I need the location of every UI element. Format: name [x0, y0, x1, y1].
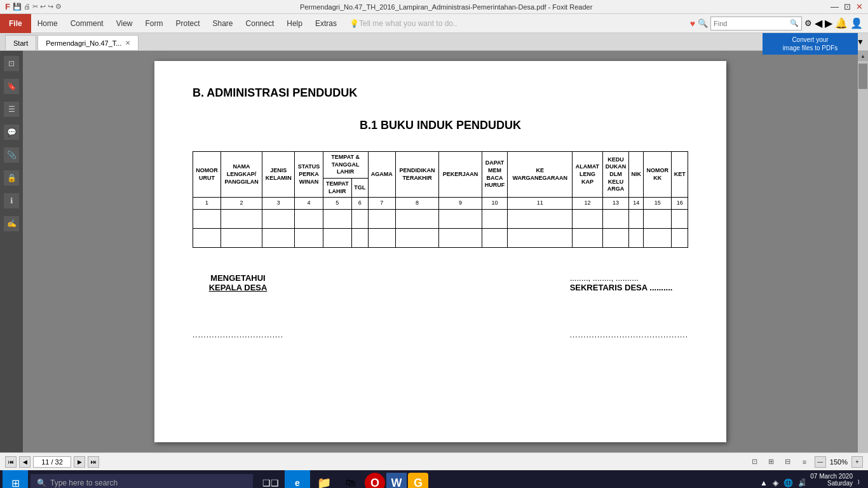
- sidebar: ⊡ 🔖 ☰ 💬 📎 🔒 ℹ ✍: [0, 51, 23, 452]
- scroll-mode-button[interactable]: ≡: [798, 456, 811, 468]
- menu-right: ♥ 🔍 🔍 ⚙ ◀ ▶ 🔔 👤: [690, 17, 868, 30]
- table-row: [193, 210, 688, 229]
- home-menu[interactable]: Home: [31, 14, 64, 33]
- share-menu[interactable]: Share: [207, 14, 240, 33]
- num-4: 4: [295, 198, 323, 210]
- extras-menu[interactable]: Extras: [309, 14, 343, 33]
- cell: [644, 210, 672, 229]
- num-3: 3: [262, 198, 295, 210]
- find-input[interactable]: [714, 20, 790, 27]
- sidebar-sign[interactable]: ✍: [4, 216, 19, 231]
- signature-left-dots: .................................: [193, 330, 283, 339]
- col-agama: AGAMA: [368, 152, 395, 198]
- table-row: [193, 229, 688, 248]
- signature-left: MENGETAHUI KEPALA DESA .................…: [193, 273, 283, 339]
- cell: [482, 210, 508, 229]
- num-9: 9: [439, 198, 482, 210]
- tray-dropbox[interactable]: ◈: [773, 478, 778, 487]
- tab-start[interactable]: Start: [5, 35, 36, 50]
- start-button[interactable]: ⊞: [3, 470, 28, 488]
- cell: [351, 210, 368, 229]
- taskbar-banner[interactable]: G: [408, 473, 428, 488]
- fit-page-button[interactable]: ⊡: [749, 456, 761, 468]
- heart-icon: ♥: [690, 18, 695, 29]
- cell: [368, 229, 395, 248]
- nav-first-button[interactable]: ⏮: [5, 456, 17, 468]
- cell: [368, 210, 395, 229]
- scroll-thumb[interactable]: [858, 64, 867, 89]
- sidebar-lock[interactable]: 🔒: [4, 170, 19, 186]
- col-tgl: TGL: [351, 179, 368, 198]
- view-menu[interactable]: View: [110, 14, 139, 33]
- protect-menu[interactable]: Protect: [170, 14, 207, 33]
- taskbar-store[interactable]: 🛍: [338, 470, 363, 488]
- taskbar-word[interactable]: W: [386, 473, 407, 488]
- comment-menu[interactable]: Comment: [64, 14, 110, 33]
- help-menu[interactable]: Help: [280, 14, 309, 33]
- pdf-table: NOMORURUT NAMALENGKAP/PANGGILAN JENISKEL…: [193, 151, 688, 248]
- convert-line1: Convert your: [768, 36, 853, 44]
- col-tempat: TEMPATLAHIR: [323, 179, 351, 198]
- num-6: 6: [351, 198, 368, 210]
- close-button[interactable]: ✕: [856, 2, 863, 11]
- taskbar-taskview[interactable]: ❑❑: [258, 470, 283, 488]
- scroll-up-button[interactable]: ▲: [858, 51, 868, 61]
- col-nik: NIK: [629, 152, 644, 198]
- signature-right-label1: ........, ........, ..........: [570, 273, 688, 283]
- tab-active[interactable]: Permendagri_No.47_T... ✕: [37, 35, 139, 50]
- signature-left-label2: KEPALA DESA: [193, 283, 283, 292]
- find-search-icon[interactable]: 🔍: [790, 19, 799, 27]
- nav-forward-icon[interactable]: ▶: [825, 17, 832, 29]
- taskbar-explorer[interactable]: 📁: [311, 470, 337, 488]
- menu-bar: File Home Comment View Form Protect Shar…: [0, 14, 868, 33]
- sidebar-comments[interactable]: 💬: [4, 125, 19, 140]
- search-bar[interactable]: 🔍 Type here to search: [31, 474, 253, 488]
- taskbar: ⊞ 🔍 Type here to search ❑❑ e 📁 🛍 O W G ▲…: [0, 470, 868, 488]
- tab-close-button[interactable]: ✕: [125, 39, 130, 46]
- search-icon: 🔍: [37, 478, 46, 487]
- cell: [439, 229, 482, 248]
- cell: [644, 229, 672, 248]
- tray-hidden-icon[interactable]: ▲: [760, 478, 768, 487]
- window-controls[interactable]: — ⊡ ✕: [831, 2, 863, 11]
- col-tempat-tanggal: TEMPAT &TANGGALLAHIR: [323, 152, 368, 179]
- fit-width-button[interactable]: ⊞: [765, 456, 778, 468]
- taskbar-edge[interactable]: e: [285, 470, 310, 488]
- find-bar[interactable]: 🔍: [710, 17, 802, 30]
- file-menu[interactable]: File: [0, 14, 31, 33]
- sidebar-bookmarks[interactable]: 🔖: [4, 79, 19, 94]
- num-2: 2: [221, 198, 262, 210]
- convert-banner[interactable]: Convert your image files to PDFs: [763, 33, 858, 55]
- restore-button[interactable]: ⊡: [844, 2, 851, 11]
- minimize-button[interactable]: —: [831, 2, 839, 11]
- settings-icon[interactable]: ⚙: [804, 18, 812, 28]
- tell-me[interactable]: 💡 Tell me what you want to do..: [343, 14, 464, 33]
- taskbar-opera[interactable]: O: [365, 473, 385, 488]
- nav-back-icon[interactable]: ◀: [815, 17, 822, 29]
- scrollbar-right[interactable]: ▲: [858, 51, 868, 452]
- nav-prev-button[interactable]: ◀: [19, 456, 31, 468]
- title-bar-left: F 💾 🖨 ✂ ↩ ↪ ⚙: [5, 2, 62, 11]
- nav-last-button[interactable]: ⏭: [88, 456, 99, 468]
- sidebar-layers[interactable]: ☰: [4, 102, 19, 117]
- sidebar-attach[interactable]: 📎: [4, 147, 19, 163]
- nav-next-button[interactable]: ▶: [74, 456, 85, 468]
- page-input[interactable]: [33, 456, 71, 468]
- form-menu[interactable]: Form: [139, 14, 170, 33]
- sidebar-info[interactable]: ℹ: [4, 193, 19, 208]
- col-alamat: ALAMATLENGKAP: [573, 152, 602, 198]
- user-icon[interactable]: 👤: [850, 17, 863, 29]
- app-icon: F: [5, 2, 10, 11]
- search-icon: 🔍: [698, 18, 708, 28]
- tray-network[interactable]: 🌐: [783, 478, 793, 487]
- notifications-icon[interactable]: 🔔: [835, 17, 848, 29]
- num-12: 12: [573, 198, 602, 210]
- sidebar-thumbnail[interactable]: ⊡: [4, 56, 19, 71]
- zoom-in-button[interactable]: +: [851, 456, 863, 468]
- two-page-button[interactable]: ⊟: [782, 456, 794, 468]
- convert-line2: image files to PDFs: [768, 44, 853, 52]
- cell: [573, 210, 602, 229]
- col-pekerjaan: PEKERJAAN: [439, 152, 482, 198]
- zoom-out-button[interactable]: —: [815, 456, 826, 468]
- connect-menu[interactable]: Connect: [240, 14, 281, 33]
